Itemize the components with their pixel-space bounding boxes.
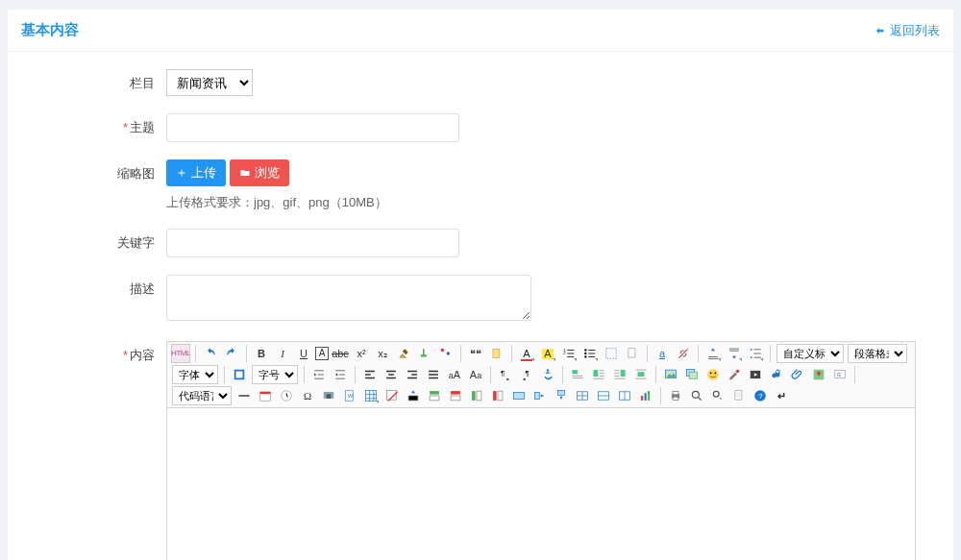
- autotypeset-button[interactable]: [436, 344, 456, 363]
- description-textarea[interactable]: [166, 275, 531, 321]
- back-link-text: 返回列表: [890, 22, 940, 39]
- mergedown-button[interactable]: [552, 386, 571, 405]
- customstyle-select[interactable]: 自定义标题: [776, 344, 844, 363]
- justifyjustify-button[interactable]: [424, 365, 443, 384]
- directionalityltr-button[interactable]: ¶: [496, 365, 515, 384]
- underline-button[interactable]: U: [294, 344, 313, 363]
- wordimage-button[interactable]: W: [340, 386, 359, 405]
- date-button[interactable]: [256, 386, 275, 405]
- touppercase-button[interactable]: aA: [445, 365, 464, 384]
- browse-button[interactable]: 浏览: [230, 159, 289, 186]
- superscript-button[interactable]: x²: [352, 344, 371, 363]
- upload-button[interactable]: 上传: [166, 159, 226, 186]
- map-button[interactable]: [809, 365, 828, 384]
- imageright-button[interactable]: [610, 365, 629, 384]
- splittorows-button[interactable]: [594, 386, 613, 405]
- print-button[interactable]: [666, 386, 685, 405]
- paragraph-select[interactable]: 段落格式: [848, 344, 907, 363]
- svg-line-63: [699, 398, 702, 401]
- music-button[interactable]: [767, 365, 786, 384]
- indent-button[interactable]: [309, 365, 329, 384]
- scrawl-button[interactable]: [725, 365, 744, 384]
- searchreplace-button[interactable]: [708, 386, 727, 405]
- mergecells-button[interactable]: [509, 386, 529, 405]
- italic-button[interactable]: I: [273, 344, 292, 363]
- insertorderedlist-button[interactable]: 12: [559, 344, 579, 363]
- splittocols-button[interactable]: [615, 386, 634, 405]
- snapscreen-button[interactable]: [319, 386, 338, 405]
- rowspacingtop-button[interactable]: [703, 344, 723, 363]
- source-button[interactable]: HTML: [171, 344, 190, 363]
- pagebreak-button[interactable]: ↵: [772, 386, 791, 405]
- subscript-button[interactable]: x₂: [373, 344, 392, 363]
- insertimage-button[interactable]: [682, 365, 702, 384]
- redo-button[interactable]: [222, 344, 241, 363]
- insertvideo-button[interactable]: [746, 365, 765, 384]
- preview-button[interactable]: [687, 386, 706, 405]
- charts-button[interactable]: [636, 386, 655, 405]
- forecolor-button[interactable]: A: [517, 344, 536, 363]
- panel-title: 基本内容: [21, 21, 79, 39]
- label-subject: *主题: [27, 113, 166, 136]
- imageleft-button[interactable]: [589, 365, 608, 384]
- anchor-button[interactable]: [538, 365, 557, 384]
- simpleupload-button[interactable]: [661, 365, 680, 384]
- mergeright-button[interactable]: [530, 386, 550, 405]
- emotion-button[interactable]: [703, 365, 723, 384]
- subject-input[interactable]: [166, 113, 459, 142]
- cleardoc-button[interactable]: [623, 344, 642, 363]
- horizontal-button[interactable]: [234, 386, 254, 405]
- link-button[interactable]: a: [653, 344, 672, 363]
- deletecol-button[interactable]: [488, 386, 507, 405]
- editor-content-area[interactable]: [167, 408, 915, 560]
- keyword-input[interactable]: [166, 229, 459, 257]
- deleterow-button[interactable]: [446, 386, 465, 405]
- imagenone-button[interactable]: [568, 365, 587, 384]
- backcolor-button[interactable]: A: [538, 344, 557, 363]
- pasteplain-button[interactable]: [487, 344, 506, 363]
- inserttable-button[interactable]: [361, 386, 381, 405]
- column-select[interactable]: 新闻资讯: [166, 69, 253, 96]
- insertunorderedlist-button[interactable]: [580, 344, 600, 363]
- bold-button[interactable]: B: [252, 344, 271, 363]
- undo-button[interactable]: [201, 344, 220, 363]
- fullscreen-button[interactable]: [230, 365, 249, 384]
- svg-rect-17: [621, 370, 626, 377]
- svg-point-5: [584, 349, 586, 351]
- attachment-button[interactable]: [788, 365, 807, 384]
- deletetable-button[interactable]: [382, 386, 402, 405]
- tolowercase-button[interactable]: Aa: [466, 365, 485, 384]
- outdent-button[interactable]: [331, 365, 350, 384]
- imagecenter-button[interactable]: [631, 365, 651, 384]
- gmap-button[interactable]: G: [830, 365, 850, 384]
- formatmatch-button[interactable]: [415, 344, 434, 363]
- splittocells-button[interactable]: [573, 386, 592, 405]
- time-button[interactable]: [277, 386, 296, 405]
- strikethrough-button[interactable]: abc: [331, 344, 350, 363]
- back-to-list-link[interactable]: 返回列表: [874, 22, 940, 39]
- justifyright-button[interactable]: [403, 365, 422, 384]
- svg-rect-46: [472, 391, 476, 401]
- insertparagraphbeforetable-button[interactable]: [404, 386, 423, 405]
- directionalityrtl-button[interactable]: ¶: [517, 365, 536, 384]
- blockquote-button[interactable]: ❝❝: [466, 344, 485, 363]
- removeformat-button[interactable]: [394, 344, 413, 363]
- separator: [647, 345, 648, 362]
- lineheight-button[interactable]: [746, 344, 765, 363]
- fontfamily-select[interactable]: 字体: [172, 365, 218, 384]
- spechars-button[interactable]: Ω: [298, 386, 317, 405]
- drafts-button[interactable]: [729, 386, 749, 405]
- fontsize-select[interactable]: 字号: [252, 365, 298, 384]
- insertcode-select[interactable]: 代码语言: [172, 386, 232, 405]
- help-button[interactable]: ?: [751, 386, 770, 405]
- fontborder-button[interactable]: A: [315, 347, 329, 360]
- svg-rect-42: [430, 391, 439, 395]
- svg-rect-50: [513, 393, 524, 400]
- selectall-button[interactable]: [602, 344, 621, 363]
- insertrow-button[interactable]: [425, 386, 444, 405]
- insertcol-button[interactable]: [467, 386, 486, 405]
- unlink-button[interactable]: [674, 344, 693, 363]
- justifyleft-button[interactable]: [360, 365, 380, 384]
- rowspacingbottom-button[interactable]: [725, 344, 744, 363]
- justifycenter-button[interactable]: [382, 365, 401, 384]
